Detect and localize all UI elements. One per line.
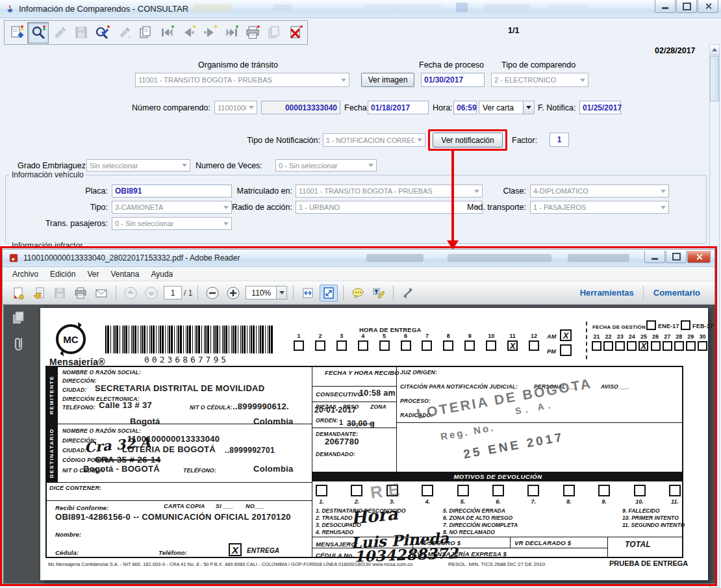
radio-accion-select[interactable]: 1 - URBANO bbox=[296, 201, 483, 214]
orden-label: ORDEN: bbox=[316, 417, 338, 424]
nombre-label: Nombre: bbox=[55, 531, 81, 538]
citacion-label: CITACIÓN PARA NOTIFICACIÓN JUDICIAL: bbox=[400, 383, 518, 390]
reader-maximize-button[interactable] bbox=[666, 251, 687, 263]
trans-pasajeros-select[interactable]: 0 - Sin seleccionar bbox=[112, 217, 232, 230]
app-title: Información de Comparendos - CONSULTAR bbox=[19, 4, 188, 14]
f-notifica-field[interactable]: 01/25/2017 bbox=[579, 101, 621, 114]
duplicate-record-icon[interactable] bbox=[134, 22, 156, 44]
hora-field[interactable]: 06:59 bbox=[453, 101, 477, 114]
ver-notificacion-button[interactable]: Ver notificación bbox=[433, 133, 503, 147]
placa-label: Placa: bbox=[62, 186, 108, 196]
tipo-vehiculo-select[interactable]: 3-CAMIONETA bbox=[112, 201, 232, 214]
vr-seguro-label: VR SEGURO $ bbox=[417, 539, 461, 546]
numero-comparendo-field[interactable]: 000013333040 bbox=[261, 101, 340, 114]
next-record-icon[interactable] bbox=[199, 22, 220, 44]
print-icon[interactable] bbox=[242, 22, 263, 44]
zoom-level-select[interactable]: 110% bbox=[246, 286, 287, 300]
close-button[interactable] bbox=[698, 0, 718, 13]
cedula-no-label: CÉDULA No. bbox=[316, 552, 354, 559]
menu-archivo[interactable]: Archivo bbox=[6, 268, 44, 281]
scroll-thumb[interactable] bbox=[710, 56, 719, 101]
numero-veces-label: Numero de Veces: bbox=[196, 161, 262, 170]
vr-declarado-label: VR DECLARADO $ bbox=[514, 539, 571, 546]
attachments-paperclip-icon[interactable] bbox=[12, 336, 27, 355]
numero-prefijo-select[interactable]: 11001000 bbox=[214, 101, 257, 114]
menu-ver[interactable]: Ver bbox=[81, 268, 105, 281]
first-record-icon[interactable] bbox=[156, 22, 177, 44]
reader-title: 1100100000013333040_28022017153332.pdf -… bbox=[23, 253, 240, 262]
scroll-up-icon[interactable] bbox=[710, 45, 719, 55]
ver-carta-select[interactable]: Ver carta bbox=[479, 101, 535, 114]
factor-field[interactable]: 1 bbox=[550, 133, 569, 147]
enter-query-icon[interactable] bbox=[27, 22, 49, 44]
referencia-value: OBI891-4286156-0 -- COMUNICACIÓN OFICIAL… bbox=[55, 512, 291, 522]
record-counter: 1/1 bbox=[508, 26, 519, 35]
menu-ventana[interactable]: Ventana bbox=[105, 268, 145, 281]
doc-footer-right: PRUEBA DE ENTREGA bbox=[609, 559, 688, 567]
reader-menubar: Archivo Edición Ver Ventana Ayuda bbox=[3, 267, 715, 281]
highlight-text-icon[interactable] bbox=[370, 285, 388, 301]
numero-veces-select[interactable]: 0 - Sin seleccionar bbox=[275, 159, 377, 172]
reader-titlebar: 1100100000013333040_28022017153332.pdf -… bbox=[3, 249, 715, 267]
no-label: NO___ bbox=[246, 503, 265, 509]
fullscreen-icon[interactable] bbox=[399, 285, 417, 301]
screen: Información de Comparendos - CONSULTAR bbox=[0, 0, 721, 588]
print-icon[interactable] bbox=[71, 285, 90, 301]
fecha-label: Fecha: bbox=[344, 103, 369, 112]
consecutivo-value: 10:58 am bbox=[359, 389, 396, 398]
next-page-icon-disabled bbox=[142, 285, 160, 301]
fit-width-icon[interactable] bbox=[299, 285, 317, 301]
reader-close-button[interactable] bbox=[687, 251, 711, 263]
organismo-select[interactable]: 11001 - TRANSITO BOGOTA - PRUEBAS bbox=[135, 73, 349, 87]
maximize-button[interactable] bbox=[676, 0, 697, 13]
clase-select[interactable]: 4-DIPLOMATICO bbox=[530, 185, 669, 198]
process-date: 02/28/2017 bbox=[655, 46, 696, 55]
tipo-notificacion-select[interactable]: 1 - NOTIFICACION CORREO bbox=[323, 133, 425, 147]
chevron-down-icon bbox=[474, 190, 479, 193]
comentario-button[interactable]: Comentario bbox=[644, 288, 709, 298]
page-number-input[interactable]: 1 bbox=[164, 286, 182, 300]
page-thumbnails-icon[interactable] bbox=[11, 310, 27, 328]
tipo-comparendo-label: Tipo de comparendo bbox=[501, 60, 576, 70]
insert-record-icon[interactable] bbox=[6, 22, 27, 44]
ver-imagen-button[interactable]: Ver imagen bbox=[361, 73, 414, 87]
email-icon[interactable] bbox=[92, 285, 110, 301]
fecha-proceso-label: Fecha de proceso bbox=[419, 60, 484, 70]
placa-field[interactable]: OBI891 bbox=[112, 185, 232, 198]
fecha-proceso-field[interactable]: 01/30/2017 bbox=[421, 73, 485, 87]
redacted-blob bbox=[484, 4, 529, 12]
destinatario-telefono-label: TELÉFONO: bbox=[183, 467, 216, 474]
app-toolbar bbox=[4, 20, 308, 45]
java-app-icon bbox=[5, 4, 15, 14]
menu-ayuda[interactable]: Ayuda bbox=[145, 268, 179, 281]
fecha-gestion-title: FECHA DE GESTIÓN bbox=[592, 324, 646, 330]
zoom-in-icon[interactable] bbox=[224, 285, 242, 301]
tipo-vehiculo-label: Tipo: bbox=[62, 203, 108, 212]
export-pdf-icon[interactable] bbox=[9, 285, 27, 301]
minimize-button[interactable] bbox=[655, 0, 676, 13]
fit-page-icon[interactable] bbox=[320, 285, 338, 301]
redacted-blob bbox=[568, 254, 629, 262]
last-record-icon[interactable] bbox=[220, 22, 242, 44]
si-label: SI ___ bbox=[216, 503, 233, 509]
previous-record-icon[interactable] bbox=[177, 22, 199, 44]
clase-label: Clase: bbox=[481, 186, 526, 196]
save-as-icon[interactable] bbox=[30, 285, 48, 301]
herramientas-button[interactable]: Herramientas bbox=[571, 288, 643, 298]
comment-bubble-icon[interactable] bbox=[349, 285, 367, 301]
fecha-field[interactable]: 01/18/2017 bbox=[368, 101, 429, 114]
mod-transporte-select[interactable]: 1 - PASAJEROS bbox=[530, 201, 669, 214]
reader-minimize-button[interactable] bbox=[644, 251, 665, 263]
destinatario-nit-value: ..8999992701 bbox=[225, 446, 275, 455]
matriculado-select[interactable]: 11001 - TRANSITO BOGOTA - PRUEBAS bbox=[296, 185, 483, 198]
redacted-blob bbox=[366, 254, 424, 262]
previous-page-icon-disabled bbox=[121, 285, 140, 301]
execute-query-icon[interactable] bbox=[92, 22, 113, 44]
delete-record-icon[interactable] bbox=[285, 22, 306, 44]
zoom-out-icon[interactable] bbox=[203, 285, 221, 301]
tipo-comparendo-select[interactable]: 2 - ELECTRONICO bbox=[491, 73, 588, 87]
menu-edicion[interactable]: Edición bbox=[44, 268, 81, 281]
redacted-blob bbox=[273, 5, 292, 11]
grado-embriaguez-select[interactable]: Sin seleccionar bbox=[86, 159, 190, 172]
remitente-pais-value: Colombia bbox=[253, 416, 294, 426]
